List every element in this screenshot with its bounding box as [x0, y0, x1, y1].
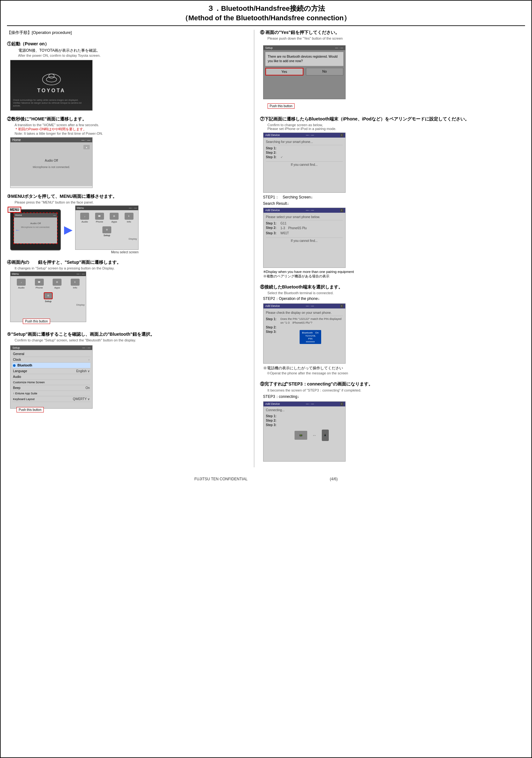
step4-phone-icon: ☎: [35, 279, 44, 286]
step9-phone-icon-area: 📟 ↔ 📱: [281, 430, 343, 441]
step8-content-area: STEP2：Operation of the phone↓ Add Device…: [263, 296, 525, 376]
step4-audio: ♪Audio: [13, 279, 30, 289]
toyota-text: TOYOTA: [37, 88, 65, 93]
toyota-screen: TOYOTA Check surroundings for safety whi…: [10, 60, 92, 111]
home-audio-label: Audio Off: [13, 159, 90, 162]
page-title: ３．Bluetooth/Handsfree接続の方法 （Method of th…: [7, 4, 525, 26]
step4-setup-icon: ⚙: [44, 292, 53, 299]
home-mic-label: Microphone is not connected.: [13, 165, 90, 169]
step2-desc-en: A transition to the "HOME" screen after …: [7, 123, 249, 127]
menu-screen-area: Menu— · — ♪ Audio ☎ Phone: [75, 205, 139, 254]
setup-row-clock: Clock↑: [12, 357, 90, 363]
step9-content-area: STEP3：connecting↓ Add Device — · — ↑ Con…: [263, 394, 525, 462]
step4-menu-header: Menu— · —: [11, 272, 86, 276]
step7-adddev-result: Add Device — · — ↑ Please select your sm…: [263, 208, 345, 268]
step7-result-header: Add Device — · — ↑: [264, 208, 345, 213]
step8-step1: Step 1: Does the PIN "132122" match the …: [266, 317, 343, 325]
menu-button-label[interactable]: MENU: [8, 207, 21, 213]
bluetooth-active-dot: [13, 364, 16, 367]
step7-cannot-find: If you cannot find...: [266, 161, 343, 166]
step4-phone: ☎Phone: [31, 279, 48, 289]
step7-step2: Step 2:: [266, 151, 343, 155]
step6-dialog-body: There are no Bluetooth devices registere…: [266, 52, 343, 66]
left-column: 【操作手順】[Operation procedure] ①起動（Power on…: [7, 30, 254, 467]
step7-result-step2: Step 2: 1-3 Phone6S Plu: [266, 226, 343, 230]
step7-step-label: STEP1： Serching Screen↓: [263, 195, 525, 200]
step6-desc-en: Please push down the "Yes" button of the…: [260, 36, 525, 40]
step4-menu-screen: Menu— · — ♪Audio ☎Phone ⊞Apps: [10, 271, 86, 322]
yes-button[interactable]: Yes: [266, 68, 303, 76]
menu-item-audio: ♪ Audio: [78, 213, 91, 223]
step8-check-text: Please check the display on your smart p…: [266, 310, 343, 316]
step9-device-icon: 📟: [295, 431, 307, 440]
step2-note-red: ＊初回のPower-ON時はやや時間を要します。: [7, 127, 249, 132]
step4-push-label: Push this button: [23, 319, 50, 324]
step1-desc-ja: 電源ON後、TOYOTA画が表示された事を確認。: [7, 48, 249, 53]
step4-audio-icon: ♪: [17, 279, 26, 286]
step9-s1: Step 1:: [266, 414, 343, 418]
step5-setup-header: Setup— · —: [11, 346, 92, 350]
step7-result-step3: Step 3: W61T: [266, 231, 343, 235]
step7-result-cannot: If you cannot find...: [266, 237, 343, 243]
home-header: Home — · —: [11, 138, 92, 142]
step5-num: ⑤"Setup"画面に遷移することを確認し、画面上の"Bluetooth"鈕を選…: [7, 331, 249, 337]
phone-icon: ☎: [95, 213, 104, 220]
step1-section: ①起動（Power on） 電源ON後、TOYOTA画が表示された事を確認。 A…: [7, 41, 249, 111]
step7-adddev-header: Add Device — · — ↑: [264, 133, 345, 138]
step7-display-note-en: ※Display when you have more than one pai…: [263, 270, 525, 274]
toyota-caption: Check surroundings for safety while came…: [13, 99, 90, 107]
step6-dialog-area: Setup — · — There are no Bluetooth devic…: [263, 43, 345, 102]
menu-screen: Menu— · — ♪ Audio ☎ Phone: [75, 205, 139, 250]
step5-desc-en: Confirm to change "Setup" screen, select…: [7, 338, 249, 342]
device-image: Home— Audio Off Microphone is not connec…: [10, 209, 61, 251]
setup-row-customize: Customize Home Screen: [12, 380, 90, 385]
footer: FUJITSU TEN CONFIDENTIAL (4/6): [7, 477, 525, 481]
step8-adddev-body: Please check the display on your smart p…: [264, 308, 345, 346]
right-column: ⑥ 画面の"Yes"鈕を押下してください。 Please push down t…: [258, 30, 525, 467]
audio-icon: ♪: [80, 213, 89, 220]
setup-row-keyboard: Keyboard Layout QWERTY ∨: [12, 396, 90, 402]
step8-step-label: STEP2：Operation of the phone↓: [263, 296, 525, 301]
page-wrapper: ３．Bluetooth/Handsfree接続の方法 （Method of th…: [0, 0, 532, 758]
step9-step3-screen: Add Device — · — ↑ Connecting... Step 1:: [263, 401, 345, 462]
setup-icon: ⚙: [102, 226, 111, 233]
menu-item-apps: ⊞ Apps: [107, 213, 121, 223]
step9-s2: Step 2:: [266, 419, 343, 422]
step8-desc-en: Select the Bluetooth terminal is connect…: [260, 291, 525, 295]
step7-num: ⑦下記画面に遷移したらBluetooth端末（iPhone、iPodなど）をペア…: [260, 116, 525, 122]
step6-dialog-buttons: Yes No: [266, 68, 343, 76]
step6-push-label: Push this button: [267, 103, 295, 109]
step1-desc-en: After the power ON, confirm to display T…: [7, 53, 249, 58]
step4-section: ④画面内の 鈕を押すと、"Setup"画面に遷移します。 It changes …: [7, 259, 249, 322]
step2-num: ②数秒後に"HOME"画面に遷移します。: [7, 116, 249, 122]
step7-result-step1: Step 1: G11: [266, 222, 343, 225]
step9-adddev-header: Add Device — · — ↑: [264, 402, 345, 406]
setup-row-beep: Beep On: [12, 385, 90, 391]
step9-desc-en: It becomes the screen of "STEP3：connecti…: [260, 388, 525, 393]
no-button[interactable]: No: [306, 68, 343, 76]
operation-header: 【操作手順】[Operation procedure]: [7, 30, 249, 36]
home-body: ▲ Audio Off Microphone is not connected.: [11, 142, 92, 186]
menu-item-setup: ⚙ Setup: [102, 226, 111, 237]
step8-note-ja: ※電話機の表示にしたがって操作してください: [263, 365, 525, 371]
step4-setup-row: ⚙ Setup: [11, 292, 86, 303]
step6-num: ⑥ 画面の"Yes"鈕を押下してください。: [260, 30, 525, 36]
step7-step1: Step 1:: [266, 147, 343, 150]
step7-desc-en-2: Please set iPhone or iPod in a pairing m…: [260, 127, 525, 131]
step6-dialog-screen: Setup — · — There are no Bluetooth devic…: [263, 45, 345, 99]
step4-info: ℹInfo: [67, 279, 84, 289]
step1-num: ①起動（Power on）: [7, 41, 249, 47]
setup-row-general: General: [12, 351, 90, 357]
step3-section: ③MENUボタンを押して、MENU画面に遷移させます。 Please press…: [7, 194, 249, 254]
step5-setup-screen: Setup— · — General Clock↑ Bluetooth Lang…: [10, 345, 92, 409]
setup-row-entune: ↑ Entune App Suite: [12, 391, 90, 396]
step6-section: ⑥ 画面の"Yes"鈕を押下してください。 Please push down t…: [260, 30, 525, 111]
arrow-to-menu: ▶: [64, 224, 72, 236]
step8-step2: Step 2:: [266, 326, 343, 329]
step7-result-body: Please select your smart phone below. St…: [264, 213, 345, 244]
info-icon: ℹ: [124, 213, 133, 220]
setup-row-bluetooth[interactable]: Bluetooth: [12, 363, 90, 368]
step4-desc-en: It changes in "Setup" screen by a pressi…: [7, 266, 249, 270]
step9-phone-icon: 📱: [322, 430, 329, 441]
step7-screens-area: Add Device — · — ↑ Searching for your sm…: [263, 132, 525, 279]
